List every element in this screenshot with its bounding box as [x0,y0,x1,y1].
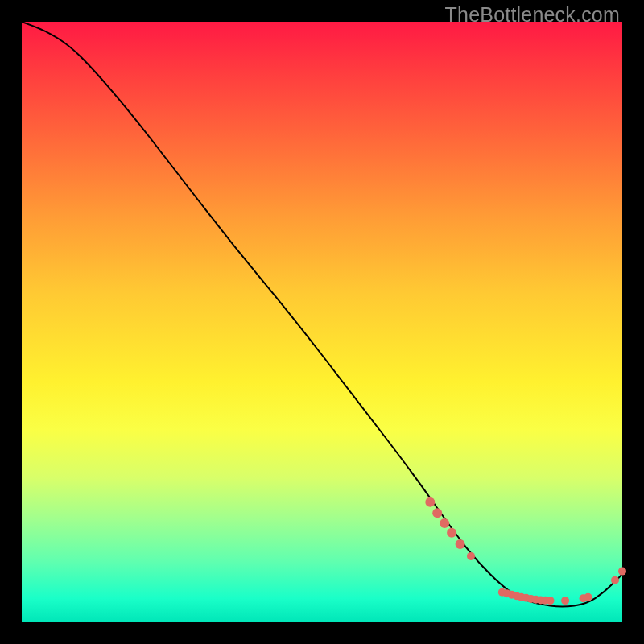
chart-svg [22,22,622,622]
marker-group [425,497,626,605]
data-point-marker [584,593,592,601]
data-point-marker [440,518,449,528]
data-point-marker [447,528,456,538]
data-point-marker [432,508,442,518]
bottleneck-curve [22,22,622,606]
data-point-marker [561,597,569,605]
data-point-marker [618,568,626,576]
data-point-marker [456,539,465,549]
data-point-marker [611,576,619,584]
data-point-marker [467,552,475,560]
data-point-marker [547,597,555,605]
data-point-marker [425,497,435,507]
